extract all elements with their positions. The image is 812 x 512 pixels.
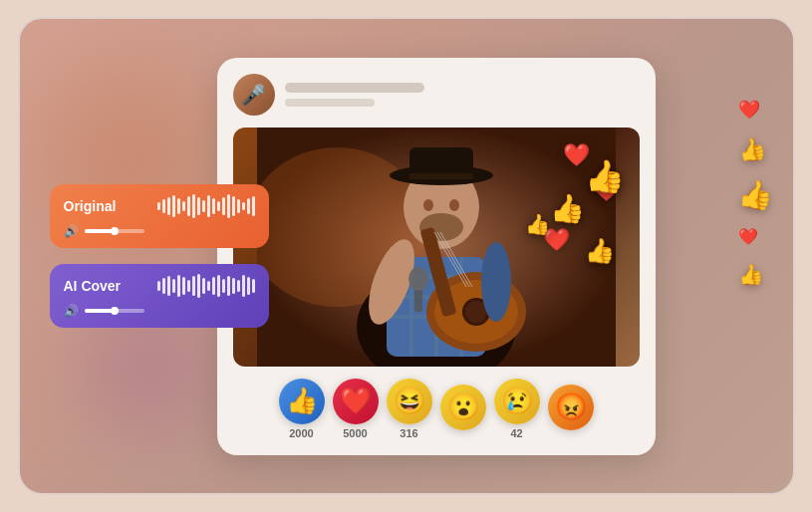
audio-card-ai-top: AI Cover: [64, 274, 255, 298]
reaction-wow[interactable]: 😮: [440, 384, 486, 433]
header-line-2: [285, 99, 375, 107]
right-heart-1: ❤️: [738, 99, 773, 121]
reaction-thumbs-up[interactable]: 👍 2000: [279, 379, 325, 439]
guitar-player-illustration: [257, 128, 616, 367]
emoji-angry: 😡: [548, 384, 594, 430]
reaction-count-haha: 316: [400, 427, 417, 439]
original-waveform: [157, 194, 255, 218]
reactions-bar: 👍 2000 ❤️ 5000 😆 316 😮 😢 42: [233, 379, 640, 439]
audio-card-original[interactable]: Original: [50, 184, 269, 248]
social-card: 🎤: [217, 58, 656, 455]
header-line-1: [285, 83, 424, 93]
outer-container: Original: [18, 17, 795, 495]
emoji-sad: 😢: [494, 379, 540, 424]
reaction-count-thumbs-up: 2000: [289, 427, 313, 439]
emoji-wow: 😮: [440, 384, 486, 430]
audio-card-original-top: Original: [64, 194, 255, 218]
reaction-sad[interactable]: 😢 42: [494, 379, 540, 439]
card-header: 🎤: [233, 74, 640, 116]
svg-point-16: [449, 199, 459, 211]
reaction-angry[interactable]: 😡: [548, 384, 594, 433]
emoji-thumbs-up: 👍: [279, 379, 325, 424]
player-image: ❤️ ❤️ ❤️ 👍 👍 👍 👍: [233, 128, 640, 367]
volume-icon-ai: 🔊: [64, 304, 79, 318]
ai-cover-waveform: [157, 274, 255, 298]
volume-icon-original: 🔊: [64, 224, 79, 238]
reaction-heart[interactable]: ❤️ 5000: [333, 379, 379, 439]
original-label: Original: [64, 198, 117, 214]
audio-card-ai-cover[interactable]: AI Cover: [50, 264, 269, 328]
svg-point-15: [423, 199, 433, 211]
ai-cover-label: AI Cover: [64, 278, 122, 294]
volume-dot-original: [111, 227, 119, 235]
emoji-heart: ❤️: [333, 379, 379, 424]
header-lines: [285, 83, 424, 107]
right-floaters: ❤️ 👍 👍 ❤️ 👍: [738, 99, 773, 286]
right-thumb-1: 👍: [736, 133, 775, 165]
volume-slider-ai[interactable]: [85, 309, 144, 313]
avatar: 🎤: [233, 74, 275, 116]
avatar-emoji: 🎤: [241, 83, 266, 107]
original-controls: 🔊: [64, 224, 255, 238]
reaction-count-heart: 5000: [343, 427, 367, 439]
svg-rect-14: [409, 173, 473, 179]
right-thumb-3: 👍: [737, 261, 774, 288]
svg-point-29: [408, 267, 428, 291]
right-heart-2: ❤️: [738, 227, 773, 246]
volume-slider-original[interactable]: [85, 229, 144, 233]
reaction-count-sad: 42: [510, 427, 522, 439]
ai-cover-controls: 🔊: [64, 304, 255, 318]
reaction-haha[interactable]: 😆 316: [387, 379, 432, 439]
emoji-haha: 😆: [387, 379, 432, 424]
audio-tracks: Original: [50, 184, 269, 328]
right-thumb-2: 👍: [736, 177, 774, 213]
volume-dot-ai: [111, 307, 119, 315]
svg-point-27: [481, 242, 511, 322]
